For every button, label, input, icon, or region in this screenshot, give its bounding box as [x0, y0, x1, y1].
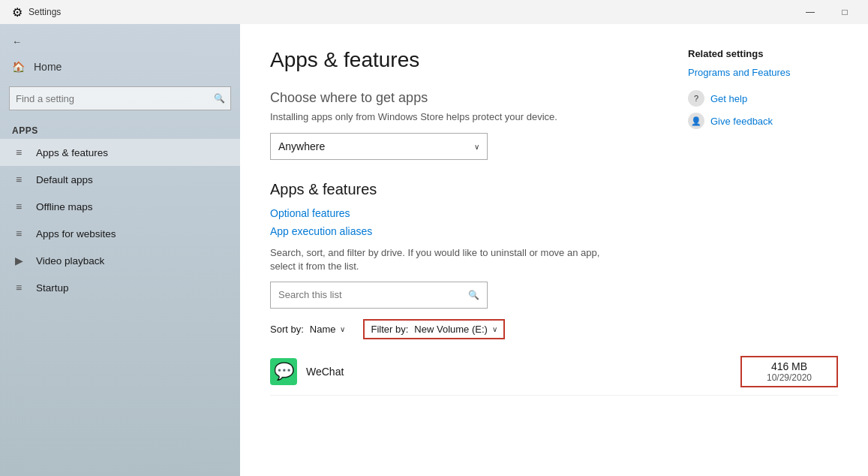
get-help-item[interactable]: ? Get help [688, 90, 838, 107]
search-input[interactable] [278, 289, 468, 300]
anywhere-dropdown[interactable]: Anywhere ∨ [270, 133, 488, 160]
give-feedback-item[interactable]: 👤 Give feedback [688, 113, 838, 129]
app-execution-aliases-link[interactable]: App execution aliases [270, 225, 838, 237]
titlebar-controls: — □ [793, 0, 862, 24]
app-name: WeChat [306, 366, 731, 378]
sort-by-control[interactable]: Sort by: Name ∨ [270, 324, 345, 335]
app-meta: 416 MB 10/29/2020 [740, 356, 838, 387]
titlebar-title: Settings [29, 7, 61, 17]
sidebar-item-video-playback[interactable]: ▶ Video playback [0, 247, 240, 274]
sort-value: Name [310, 324, 336, 335]
sort-chevron-icon: ∨ [340, 325, 345, 333]
filter-by-control[interactable]: Filter by: New Volume (E:) ∨ [363, 319, 504, 339]
give-feedback-icon: 👤 [688, 113, 704, 129]
dropdown-chevron-icon: ∨ [474, 143, 479, 151]
sort-label: Sort by: [270, 324, 304, 335]
choose-description: Installing apps only from Windows Store … [270, 110, 600, 124]
home-nav-item[interactable]: 🏠 Home [0, 53, 240, 80]
app-list: 💬 WeChat 416 MB 10/29/2020 [270, 348, 838, 396]
related-settings-panel: Related settings Programs and Features ?… [688, 48, 838, 135]
maximize-button[interactable]: □ [827, 0, 862, 24]
apps-websites-icon: ≡ [12, 227, 26, 240]
sidebar-item-startup-label: Startup [36, 282, 69, 294]
app-size: 416 MB [751, 360, 827, 372]
video-playback-icon: ▶ [12, 254, 26, 267]
default-apps-icon: ≡ [12, 173, 26, 186]
sidebar-item-apps-websites[interactable]: ≡ Apps for websites [0, 220, 240, 247]
anywhere-label: Anywhere [278, 140, 325, 152]
sidebar-search-container: 🔍 [9, 86, 231, 110]
app-icon: 💬 [270, 358, 297, 385]
sidebar-item-default-apps[interactable]: ≡ Default apps [0, 166, 240, 193]
programs-features-link[interactable]: Programs and Features [688, 67, 838, 78]
search-box: 🔍 [270, 282, 488, 309]
apps-features-icon: ≡ [12, 146, 26, 159]
filter-value: New Volume (E:) [414, 324, 488, 335]
get-help-icon: ? [688, 90, 704, 107]
back-button[interactable]: ← [0, 30, 240, 53]
sidebar-item-default-apps-label: Default apps [36, 174, 93, 185]
related-settings-title: Related settings [688, 48, 838, 59]
titlebar: ⚙ Settings — □ [0, 0, 868, 24]
sidebar-item-video-playback-label: Video playback [36, 255, 104, 267]
give-feedback-label: Give feedback [710, 116, 773, 127]
apps-features-section-title: Apps & features [270, 181, 838, 198]
titlebar-left: ⚙ Settings [12, 5, 61, 20]
app-container: ← 🏠 Home 🔍 Apps ≡ Apps & features ≡ Defa… [0, 24, 868, 476]
filter-chevron-icon: ∨ [492, 325, 497, 333]
sidebar-item-apps-features[interactable]: ≡ Apps & features [0, 139, 240, 166]
startup-icon: ≡ [12, 281, 26, 294]
content-area: Related settings Programs and Features ?… [240, 24, 868, 476]
home-icon: 🏠 [12, 61, 25, 73]
sidebar-item-offline-maps-label: Offline maps [36, 201, 93, 212]
get-help-label: Get help [710, 93, 747, 104]
search-description: Search, sort, and filter by drive. If yo… [270, 246, 600, 273]
sort-filter-row: Sort by: Name ∨ Filter by: New Volume (E… [270, 319, 838, 339]
minimize-button[interactable]: — [793, 0, 827, 24]
filter-label: Filter by: [371, 324, 408, 335]
sidebar-search-input[interactable] [9, 86, 231, 110]
search-box-icon: 🔍 [468, 290, 479, 300]
sidebar: ← 🏠 Home 🔍 Apps ≡ Apps & features ≡ Defa… [0, 24, 240, 476]
home-label: Home [34, 61, 62, 73]
optional-features-link[interactable]: Optional features [270, 207, 838, 219]
sidebar-item-startup[interactable]: ≡ Startup [0, 274, 240, 301]
sidebar-item-apps-websites-label: Apps for websites [36, 228, 116, 240]
sidebar-section-label: Apps [0, 116, 240, 139]
app-date: 10/29/2020 [751, 372, 827, 383]
sidebar-item-offline-maps[interactable]: ≡ Offline maps [0, 193, 240, 220]
sidebar-item-apps-features-label: Apps & features [36, 147, 108, 158]
settings-icon: ⚙ [12, 5, 23, 20]
sidebar-search-icon: 🔍 [214, 93, 225, 104]
table-row[interactable]: 💬 WeChat 416 MB 10/29/2020 [270, 348, 838, 396]
offline-maps-icon: ≡ [12, 200, 26, 213]
back-icon: ← [12, 36, 22, 47]
